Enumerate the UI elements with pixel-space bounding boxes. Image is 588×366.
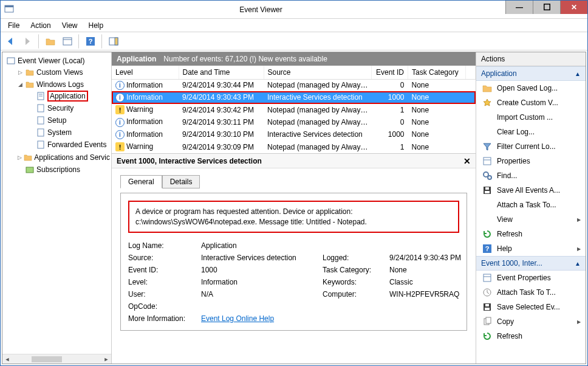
svg-rect-25 xyxy=(485,187,489,190)
action-item[interactable]: Clear Log... xyxy=(476,125,586,139)
action-item[interactable]: Open Saved Log... xyxy=(476,81,586,95)
event-grid[interactable]: Level Date and Time Source Event ID Task… xyxy=(112,66,476,154)
tree-windows-logs[interactable]: ◢ Windows Logs xyxy=(17,79,110,90)
k-eid: Event ID: xyxy=(128,266,201,274)
svg-rect-19 xyxy=(484,157,491,165)
grid-row[interactable]: iInformation9/24/2014 9:30:11 PMNotepad … xyxy=(112,116,476,128)
cell-datetime: 9/24/2014 9:30:43 PM xyxy=(179,91,264,103)
col-source[interactable]: Source xyxy=(264,66,372,79)
v-level: Information xyxy=(201,278,323,286)
titlebar: Event Viewer — ✕ xyxy=(1,1,587,19)
expand-icon[interactable]: ▷ xyxy=(17,69,23,75)
chevron-up-icon[interactable]: ▲ xyxy=(575,71,581,77)
v-cat: None xyxy=(389,266,476,274)
action-item[interactable]: Attach a Task To... xyxy=(476,198,586,212)
svg-point-22 xyxy=(488,176,491,179)
action-item[interactable]: Attach Task To T... xyxy=(476,285,586,300)
action-item[interactable]: Find... xyxy=(476,168,586,183)
v-kw: Classic xyxy=(389,278,476,286)
action-item[interactable]: Properties xyxy=(476,154,586,168)
tree-label: System xyxy=(47,128,72,137)
col-eventid[interactable]: Event ID xyxy=(372,66,408,79)
tree-label: Custom Views xyxy=(36,68,83,77)
log-icon xyxy=(36,116,46,125)
actions-header: Actions xyxy=(476,52,586,66)
forward-button[interactable] xyxy=(20,34,35,49)
cell-level: iInformation xyxy=(112,128,179,140)
action-item[interactable]: Refresh xyxy=(476,329,586,344)
event-log-online-help-link[interactable]: Event Log Online Help xyxy=(201,314,274,323)
col-datetime[interactable]: Date and Time xyxy=(179,66,264,79)
grid-row[interactable]: !Warning9/24/2014 9:30:09 PMNotepad (man… xyxy=(112,141,476,153)
tree-root[interactable]: Event Viewer (Local) xyxy=(6,55,110,66)
actions-section-event[interactable]: Event 1000, Inter... ▲ xyxy=(476,256,586,271)
action-item[interactable]: Import Custom ... xyxy=(476,110,586,125)
action-item[interactable]: View xyxy=(476,212,586,227)
chevron-up-icon[interactable]: ▲ xyxy=(575,260,581,267)
refresh-icon xyxy=(482,229,492,239)
maximize-button[interactable] xyxy=(533,1,560,14)
tree-label: Windows Logs xyxy=(36,80,84,89)
scroll-thumb[interactable] xyxy=(32,356,62,362)
toolbar-separator xyxy=(101,34,103,49)
action-item[interactable]: Event Properties xyxy=(476,271,586,285)
tree-subscriptions[interactable]: Subscriptions xyxy=(17,164,110,175)
grid-row[interactable]: iInformation9/24/2014 9:30:44 PMNotepad … xyxy=(112,79,476,91)
scroll-left-button[interactable]: ◄ xyxy=(2,354,12,364)
menu-action[interactable]: Action xyxy=(26,20,55,31)
prop-icon xyxy=(482,273,492,283)
collapse-icon[interactable]: ◢ xyxy=(17,81,23,88)
action-item[interactable]: Refresh xyxy=(476,227,586,241)
col-level[interactable]: Level xyxy=(112,66,179,79)
tree-system[interactable]: System xyxy=(28,127,110,138)
v-logname: Application xyxy=(201,241,323,250)
tree-setup[interactable]: Setup xyxy=(28,115,110,126)
cell-datetime: 9/24/2014 9:30:09 PM xyxy=(179,141,264,153)
grid-row[interactable]: iInformation9/24/2014 9:30:43 PMInteract… xyxy=(112,91,476,103)
toolbar-properties-button[interactable] xyxy=(60,34,75,49)
tree-root-label: Event Viewer (Local) xyxy=(18,57,85,65)
action-label: Copy xyxy=(497,317,514,326)
nav-tree[interactable]: Event Viewer (Local) ▷ Custom Views xyxy=(2,52,112,364)
action-item[interactable]: Create Custom V... xyxy=(476,95,586,110)
action-label: Refresh xyxy=(497,230,522,238)
svg-rect-16 xyxy=(38,141,44,148)
tree-label: Forwarded Events xyxy=(47,140,106,149)
info-icon: i xyxy=(115,118,125,127)
grid-row[interactable]: !Warning9/24/2014 9:30:42 PMNotepad (man… xyxy=(112,104,476,116)
tree-custom-views[interactable]: ▷ Custom Views xyxy=(17,67,110,78)
k-logname: Log Name: xyxy=(128,241,201,250)
tab-general[interactable]: General xyxy=(120,175,162,188)
svg-rect-33 xyxy=(485,304,489,306)
detail-tabs: General Details xyxy=(120,174,467,188)
tree-security[interactable]: Security xyxy=(28,103,110,114)
tree-forwarded[interactable]: Forwarded Events xyxy=(28,139,110,150)
menu-help[interactable]: Help xyxy=(84,20,109,31)
toolbar-folder-button[interactable] xyxy=(43,34,58,49)
folder-icon xyxy=(25,67,35,77)
grid-header-row[interactable]: Level Date and Time Source Event ID Task… xyxy=(112,66,476,79)
scroll-right-button[interactable]: ► xyxy=(101,354,111,364)
toolbar-help-button[interactable]: ? xyxy=(83,34,98,49)
action-item[interactable]: Filter Current Lo... xyxy=(476,139,586,154)
col-category[interactable]: Task Category xyxy=(408,66,466,79)
actions-section-application[interactable]: Application ▲ xyxy=(476,66,586,81)
tree-scrollbar-horizontal[interactable]: ◄ ► xyxy=(2,354,111,364)
action-item[interactable]: Save Selected Ev... xyxy=(476,300,586,314)
tree-apps-services[interactable]: ▷Applications and Servic xyxy=(17,152,110,163)
expand-icon[interactable]: ▷ xyxy=(17,154,22,161)
back-button[interactable] xyxy=(3,34,18,49)
minimize-button[interactable]: — xyxy=(505,1,533,14)
close-button[interactable]: ✕ xyxy=(560,1,587,14)
action-item[interactable]: Copy xyxy=(476,314,586,329)
action-item[interactable]: Save All Events A... xyxy=(476,183,586,198)
grid-row[interactable]: iInformation9/24/2014 9:30:10 PMInteract… xyxy=(112,128,476,140)
menu-view[interactable]: View xyxy=(57,20,83,31)
tree-application[interactable]: Application xyxy=(28,91,110,102)
tab-details[interactable]: Details xyxy=(162,175,200,188)
action-item[interactable]: ?Help xyxy=(476,241,586,256)
toolbar-panel-button[interactable] xyxy=(106,34,121,49)
menu-file[interactable]: File xyxy=(3,20,24,31)
detail-close-button[interactable]: ✕ xyxy=(463,156,471,166)
cell-source: Interactive Services detection xyxy=(264,91,372,103)
